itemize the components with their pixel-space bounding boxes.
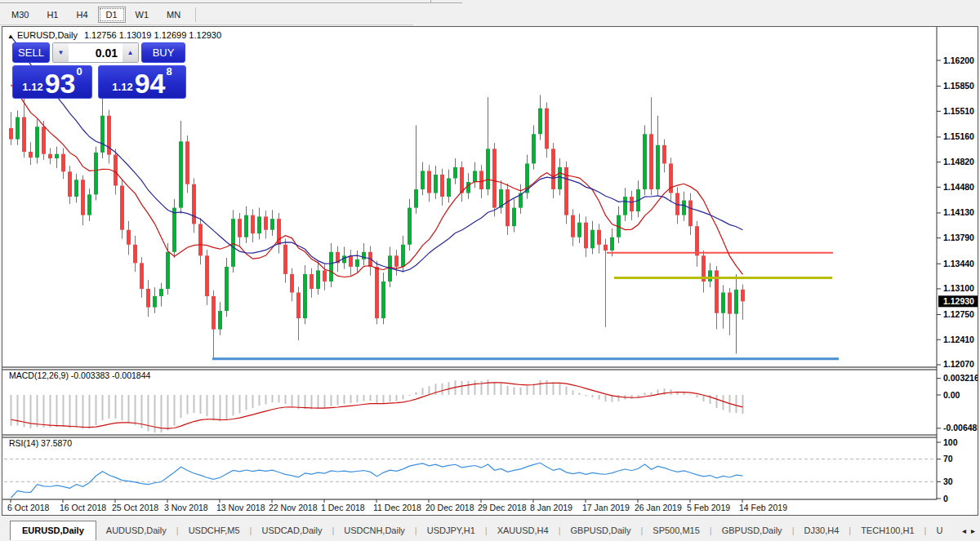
candle-body (22, 118, 26, 152)
macd-axis-label: 0.00 (943, 390, 960, 400)
candle-body (682, 201, 686, 215)
price-axis-label: 1.12410 (943, 335, 974, 344)
chart-ohlc-values: 1.12756 1.13019 1.12699 1.12930 (84, 30, 221, 40)
date-axis-label: 20 Dec 2018 (425, 503, 474, 512)
date-axis-label: 13 Nov 2018 (216, 503, 265, 512)
candle-body (166, 252, 170, 289)
candle-body (9, 128, 13, 140)
buy-price-pip: 8 (166, 66, 172, 77)
candle-body (42, 126, 46, 153)
candle-body (68, 171, 72, 197)
chart-tab-audusd-daily[interactable]: AUDUSD,Daily (96, 522, 176, 539)
tab-scroll-left-icon[interactable]: ◂ (962, 526, 966, 535)
date-axis-label: 6 Oct 2018 (7, 503, 50, 512)
candle-body (283, 245, 287, 274)
price-axis-label: 1.13100 (943, 283, 974, 293)
candle-body (238, 219, 242, 237)
date-axis-label: 1 Dec 2018 (321, 503, 365, 512)
timeframe-button-mn[interactable]: MN (158, 7, 189, 23)
tab-scroll-controls: ◂ ▸ (962, 526, 980, 539)
timeframe-button-h1[interactable]: H1 (38, 7, 66, 23)
chart-tab-sp500-m15[interactable]: SP500,M15 (643, 522, 709, 539)
timeframe-button-m30[interactable]: M30 (3, 7, 37, 23)
collapse-triangle-icon[interactable]: ▲ (7, 33, 14, 40)
sell-price-prefix: 1.12 (22, 82, 42, 95)
candle-body (198, 224, 203, 255)
chart-tab-dj30-h4[interactable]: DJ30,H4 (794, 522, 849, 539)
candle-body (427, 171, 431, 193)
price-axis-label: 1.15510 (943, 106, 974, 116)
macd-signal-line (11, 383, 743, 428)
candle-body (401, 245, 405, 267)
candle-body (479, 171, 483, 189)
chart-tab-usdcnh-daily[interactable]: USDCNH,Daily (334, 522, 415, 539)
candle-body (708, 270, 712, 282)
candle-body (741, 290, 745, 301)
candle-body (630, 197, 634, 211)
candle-body (303, 274, 307, 318)
chart-tab-gbpusd-daily[interactable]: GBPUSD,Daily (712, 522, 792, 539)
chart-tab-u[interactable]: U (926, 522, 952, 539)
chart-tab-xauusd-h4[interactable]: XAUUSD,H4 (488, 522, 559, 539)
candle-body (492, 149, 497, 207)
sell-price-button[interactable]: 1.12 93 0 (12, 65, 92, 99)
volume-decrease-button[interactable]: ▼ (53, 43, 69, 62)
timeframe-button-h4[interactable]: H4 (68, 7, 96, 23)
candle-body (349, 255, 353, 267)
chart-tab-bar: EURUSD,DailyAUDUSD,Daily|USDCHF,M5|USDCA… (0, 517, 980, 539)
candle-body (538, 109, 542, 135)
candle-body (355, 259, 359, 267)
timeframe-button-w1[interactable]: W1 (127, 7, 158, 23)
candle-body (590, 230, 595, 249)
buy-button[interactable]: BUY (141, 42, 185, 63)
chart-tab-usdchf-m5[interactable]: USDCHF,M5 (179, 522, 250, 539)
sell-button[interactable]: SELL (12, 42, 50, 63)
candle-body (656, 145, 660, 189)
chart-tab-usdjpy-h1[interactable]: USDJPY,H1 (417, 522, 485, 539)
timeframe-button-d1[interactable]: D1 (98, 7, 126, 23)
toolbar-bottom-edge (0, 24, 413, 25)
candle-body (270, 219, 274, 230)
price-axis-label: 1.12070 (943, 359, 974, 369)
candle-body (486, 149, 490, 189)
candle-body (61, 154, 65, 172)
candle-body (218, 311, 222, 330)
price-axis-label: 1.14480 (943, 182, 974, 192)
chart-tab-tech100-h1[interactable]: TECH100,H1 (851, 522, 924, 539)
volume-input[interactable] (69, 43, 122, 62)
tab-scroll-right-icon[interactable]: ▸ (971, 526, 975, 535)
toolbar-separator (195, 7, 196, 22)
candle-body (414, 189, 418, 208)
chart-tab-gbpusd-daily[interactable]: GBPUSD,Daily (560, 522, 640, 539)
volume-increase-button[interactable]: ▲ (122, 43, 138, 62)
candle-body (473, 171, 477, 182)
candle-body (512, 208, 516, 227)
date-axis-label: 26 Jan 2019 (635, 503, 682, 512)
candle-body (74, 180, 78, 197)
candlestick-chart-canvas[interactable]: 1.162001.158501.155101.151601.148201.144… (2, 27, 978, 515)
buy-price-button[interactable]: 1.12 94 8 (98, 65, 186, 99)
date-axis-label: 3 Nov 2018 (164, 503, 208, 512)
candle-body (394, 255, 399, 267)
date-axis-label: 11 Dec 2018 (373, 503, 421, 512)
rsi-axis-label: 30 (943, 477, 953, 486)
candle-body (447, 178, 451, 197)
candle-body (688, 201, 693, 227)
price-axis-label: 1.15160 (943, 131, 974, 141)
candle-body (721, 292, 725, 313)
toolbar-edge-line (0, 2, 462, 3)
sell-price-pip: 0 (76, 66, 82, 77)
candle-body (577, 223, 581, 237)
chart-tab-eurusd-daily[interactable]: EURUSD,Daily (10, 521, 96, 540)
candle-body (316, 270, 320, 289)
candle-body (205, 255, 209, 296)
candle-body (264, 216, 268, 229)
macd-axis-label: -0.006485 (943, 423, 978, 432)
chart-tab-usdcad-daily[interactable]: USDCAD,Daily (252, 522, 332, 539)
candle-body (81, 180, 85, 215)
candle-body (643, 134, 647, 189)
candle-body (604, 245, 608, 251)
moving-average-10[interactable] (11, 85, 743, 277)
candle-body (329, 252, 333, 282)
chart-title: ▲EURUSD,Daily1.12756 1.13019 1.12699 1.1… (7, 30, 221, 40)
